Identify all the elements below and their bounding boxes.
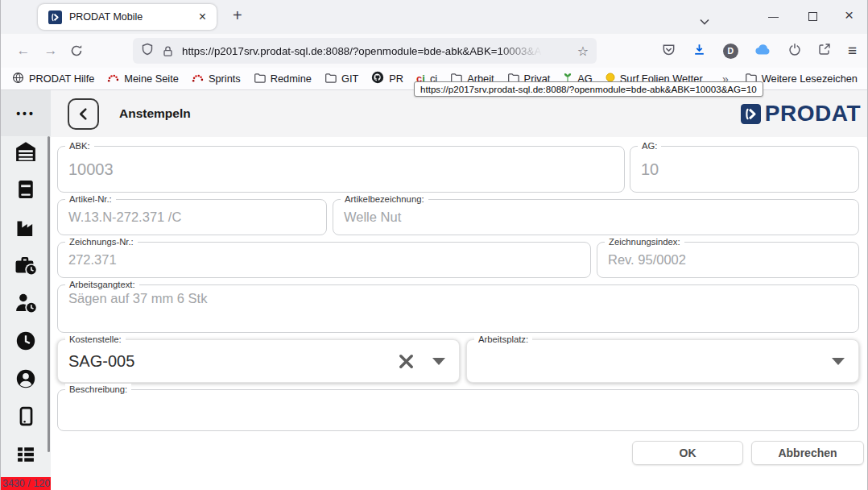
arbeitsplatz-field[interactable]: Arbeitsplatz: xyxy=(466,339,859,383)
clock-icon xyxy=(14,330,37,352)
artikel-nr-field[interactable]: Artikel-Nr.: W.13.N-272.371 /C xyxy=(57,199,327,235)
beschreibung-field[interactable]: Beschreibung: xyxy=(57,389,859,431)
arbeitsgangtext-value: Sägen auf 37 mm 6 Stk xyxy=(58,285,858,332)
account-icon xyxy=(14,368,37,390)
beschreibung-value xyxy=(58,390,858,430)
sidebar-item-person-clock[interactable] xyxy=(1,284,51,322)
abk-field[interactable]: ABK: 10003 xyxy=(57,146,625,193)
bookmark-sprints[interactable]: Sprints xyxy=(185,73,247,85)
sidebar-item-list[interactable] xyxy=(1,435,51,473)
kostenstelle-field[interactable]: Kostenstelle: SAG-005 xyxy=(57,339,460,383)
sidebar-item-warehouse[interactable] xyxy=(1,132,51,170)
ok-button[interactable]: OK xyxy=(632,441,743,465)
prodat-logo: PRODAT xyxy=(741,101,861,127)
url-tooltip: https://p2017srv.prodat-sql.de:8088/?ope… xyxy=(414,81,763,97)
sidebar-item-book[interactable] xyxy=(1,170,51,208)
sidebar-item-briefcase-clock[interactable] xyxy=(1,246,51,284)
tab-title: PRODAT Mobile xyxy=(69,11,195,23)
window-minimize-button[interactable] xyxy=(768,17,779,18)
zeichnungsindex-field[interactable]: Zeichnungsindex: Rev. 95/0002 xyxy=(597,242,859,278)
reload-button[interactable] xyxy=(70,44,83,57)
sidebar-menu-button[interactable]: ••• xyxy=(1,90,51,136)
menu-icon[interactable]: ≡ xyxy=(848,42,857,60)
window-maximize-button[interactable] xyxy=(808,12,817,21)
arbeitsplatz-dropdown-icon[interactable] xyxy=(832,358,845,365)
pocket-icon[interactable] xyxy=(662,43,676,60)
bookmark-prodat-hilfe[interactable]: PRODAT Hilfe xyxy=(6,72,101,86)
folder-icon xyxy=(254,72,266,86)
arbeitsgangtext-label: Arbeitsgangtext: xyxy=(65,279,139,291)
chevron-left-icon xyxy=(79,108,88,120)
sidebar-status-badge: 3430 / 120 xyxy=(1,477,51,490)
cloud-icon[interactable] xyxy=(755,44,771,58)
cancel-button[interactable]: Abbrechen xyxy=(751,441,864,465)
sidebar-item-account[interactable] xyxy=(1,359,51,397)
tab-list-chevron-icon[interactable] xyxy=(700,14,709,28)
arbeitsgangtext-field[interactable]: Arbeitsgangtext: Sägen auf 37 mm 6 Stk xyxy=(57,284,859,333)
navigation-toolbar: ← → https://p2017srv.prodat-sql.de:8088/… xyxy=(1,34,867,68)
clear-icon[interactable] xyxy=(398,353,415,370)
forward-button[interactable]: → xyxy=(38,43,64,59)
page-title: Anstempeln xyxy=(119,106,191,121)
tab-close-icon[interactable]: × xyxy=(195,10,210,24)
sidebar-item-factory[interactable] xyxy=(1,208,51,246)
bookmark-git[interactable]: GIT xyxy=(318,72,365,86)
zeichnungs-nr-value: 272.371 xyxy=(58,243,590,277)
ag-value: 10 xyxy=(630,147,858,192)
kostenstelle-label: Kostenstelle: xyxy=(65,334,126,346)
new-tab-button[interactable]: + xyxy=(233,6,242,25)
profile-avatar[interactable]: D xyxy=(723,44,738,59)
app-body: ••• xyxy=(1,90,867,490)
warehouse-icon xyxy=(14,139,38,164)
sidebar-scrollbar[interactable] xyxy=(48,136,50,452)
form: ABK: 10003 AG: 10 Artikel-Nr.: W.13.N-27… xyxy=(51,137,867,490)
app-main: Anstempeln PRODAT ABK: 10003 AG: 10 xyxy=(51,90,867,490)
app-header: Anstempeln PRODAT xyxy=(51,90,867,137)
ag-field[interactable]: AG: 10 xyxy=(630,146,859,193)
url-text[interactable]: https://p2017srv.prodat-sql.de:8088/?ope… xyxy=(182,45,546,57)
zeichnungs-nr-label: Zeichnungs-Nr.: xyxy=(65,236,138,248)
folder-icon xyxy=(324,72,337,86)
artikelbezeichnung-label: Artikelbezeichnung: xyxy=(341,193,428,206)
abk-value: 10003 xyxy=(58,147,624,192)
power-icon[interactable] xyxy=(788,43,801,59)
prodat-favicon xyxy=(48,10,62,24)
back-button[interactable]: ← xyxy=(10,43,36,59)
redmine-gauge-icon xyxy=(107,73,119,85)
ellipsis-icon: ••• xyxy=(16,107,35,120)
person-clock-icon xyxy=(14,291,38,315)
browser-window: PRODAT Mobile × + × ← → https://p2017srv… xyxy=(0,0,868,490)
browser-tab[interactable]: PRODAT Mobile × xyxy=(38,4,217,30)
bookmark-redmine[interactable]: Redmine xyxy=(247,72,318,86)
app-back-button[interactable] xyxy=(68,98,99,130)
artikel-nr-label: Artikel-Nr.: xyxy=(65,193,116,206)
kostenstelle-value: SAG-005 xyxy=(68,352,398,371)
redmine-gauge-icon xyxy=(192,73,204,85)
bookmark-meine-seite[interactable]: Meine Seite xyxy=(101,73,185,85)
downloads-icon[interactable] xyxy=(692,43,706,60)
bookmark-star-icon[interactable]: ☆ xyxy=(577,44,589,59)
prodat-logo-text: PRODAT xyxy=(765,101,861,127)
zeichnungsindex-label: Zeichnungsindex: xyxy=(605,236,684,248)
briefcase-clock-icon xyxy=(14,253,38,277)
bookmark-pr[interactable]: PR xyxy=(365,71,410,86)
extension-icon[interactable] xyxy=(818,43,831,59)
sidebar-item-phone[interactable] xyxy=(1,397,51,435)
window-close-button[interactable]: × xyxy=(845,6,854,24)
prodat-logo-icon xyxy=(741,104,761,124)
tab-bar: PRODAT Mobile × + × xyxy=(1,0,867,34)
app-sidebar: ••• xyxy=(1,90,51,490)
ag-label: AG: xyxy=(638,140,661,152)
url-bar[interactable]: https://p2017srv.prodat-sql.de:8088/?ope… xyxy=(133,38,597,64)
arbeitsplatz-label: Arbeitsplatz: xyxy=(474,334,532,346)
sidebar-nav xyxy=(1,132,51,473)
shield-icon[interactable] xyxy=(141,43,154,59)
zeichnungs-nr-field[interactable]: Zeichnungs-Nr.: 272.371 xyxy=(57,242,591,278)
book-icon xyxy=(14,178,37,201)
lock-icon[interactable] xyxy=(162,45,174,57)
github-icon xyxy=(371,71,384,86)
sidebar-item-clock[interactable] xyxy=(1,322,51,359)
list-icon xyxy=(14,443,37,466)
kostenstelle-dropdown-icon[interactable] xyxy=(432,358,445,365)
artikelbezeichnung-field[interactable]: Artikelbezeichnung: Welle Nut xyxy=(333,199,859,235)
